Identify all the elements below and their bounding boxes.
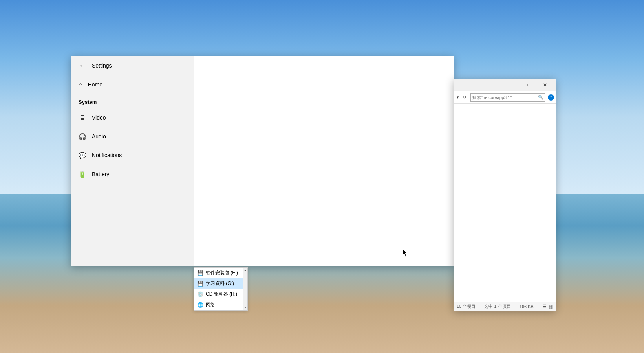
battery-icon: 🔋	[79, 171, 86, 178]
notifications-label: Notifications	[92, 152, 122, 158]
drive-f-icon: 💾	[197, 270, 203, 276]
back-button[interactable]: ←	[77, 60, 88, 71]
close-icon: ✕	[543, 82, 547, 88]
home-label: Home	[88, 81, 102, 88]
explorer-window: ─ □ ✕ ▾ ↺ 🔍 ? 10 个项目 选中 1 个项目 166 KB ☰ ▦	[454, 79, 556, 311]
sidebar-item-home[interactable]: ⌂ Home	[71, 75, 194, 94]
video-icon: 🖥	[79, 114, 86, 121]
back-icon: ←	[79, 62, 86, 69]
items-count: 10 个项目	[457, 303, 476, 309]
network-label: 网络	[206, 302, 215, 308]
system-section-title: System	[71, 94, 194, 108]
scroll-down-arrow[interactable]: ▼	[244, 306, 247, 309]
sidebar-item-audio[interactable]: 🎧 Audio	[71, 127, 194, 146]
notifications-icon: 💬	[79, 152, 86, 159]
settings-main-content	[194, 56, 454, 266]
search-input[interactable]	[471, 95, 536, 100]
close-button[interactable]: ✕	[536, 79, 554, 91]
scroll-up-arrow[interactable]: ▲	[244, 268, 247, 272]
search-button[interactable]: 🔍	[536, 95, 545, 100]
selected-info: 选中 1 个项目	[484, 303, 510, 309]
restore-button[interactable]: □	[517, 79, 535, 91]
search-box: 🔍	[470, 93, 545, 102]
help-button[interactable]: ?	[548, 94, 554, 101]
list-view-button[interactable]: ☰	[542, 304, 547, 309]
explorer-toolbar: ▾ ↺ 🔍 ?	[454, 91, 556, 104]
dropdown-item-network[interactable]: 🌐 网络	[194, 300, 247, 310]
dropdown-panel: 💾 软件安装包 (F:) 💾 学习资料 (G:) 💿 CD 驱动器 (H:) 🌐…	[194, 267, 248, 311]
sidebar-item-video[interactable]: 🖥 Video	[71, 108, 194, 127]
drive-h-icon: 💿	[197, 291, 203, 297]
detail-view-button[interactable]: ▦	[548, 304, 553, 309]
audio-icon: 🎧	[79, 133, 86, 140]
refresh-btn[interactable]: ↺	[461, 94, 468, 101]
minimize-icon: ─	[506, 82, 509, 88]
settings-sidebar: ← Settings ⌂ Home System 🖥 Video 🎧 Audio…	[71, 56, 194, 266]
drive-g-icon: 💾	[197, 281, 203, 287]
dropdown-item-software[interactable]: 💾 软件安装包 (F:)	[194, 268, 247, 278]
sidebar-item-battery[interactable]: 🔋 Battery	[71, 165, 194, 184]
sidebar-item-notifications[interactable]: 💬 Notifications	[71, 146, 194, 165]
drive-f-label: 软件安装包 (F:)	[206, 270, 238, 276]
video-label: Video	[92, 114, 106, 121]
file-size: 166 KB	[520, 304, 534, 309]
restore-icon: □	[525, 82, 527, 88]
drive-h-label: CD 驱动器 (H:)	[206, 291, 237, 298]
home-icon: ⌂	[79, 81, 82, 88]
minimize-button[interactable]: ─	[498, 79, 516, 91]
settings-window: ← Settings ⌂ Home System 🖥 Video 🎧 Audio…	[71, 56, 454, 266]
explorer-statusbar: 10 个项目 选中 1 个项目 166 KB ☰ ▦	[454, 302, 556, 311]
view-controls: ☰ ▦	[542, 304, 553, 309]
explorer-content	[454, 104, 556, 302]
settings-title: Settings	[92, 63, 112, 69]
dropdown-item-study[interactable]: 💾 学习资料 (G:)	[194, 278, 247, 289]
network-icon: 🌐	[197, 302, 203, 308]
dropdown-scrollbar: ▲ ▼	[243, 268, 247, 310]
explorer-titlebar: ─ □ ✕	[454, 79, 556, 91]
dropdown-arrow-btn[interactable]: ▾	[455, 94, 461, 101]
audio-label: Audio	[92, 133, 106, 140]
drive-g-label: 学习资料 (G:)	[206, 280, 234, 287]
battery-label: Battery	[92, 171, 109, 177]
settings-header: ← Settings	[71, 56, 194, 75]
dropdown-item-cd[interactable]: 💿 CD 驱动器 (H:)	[194, 289, 247, 300]
